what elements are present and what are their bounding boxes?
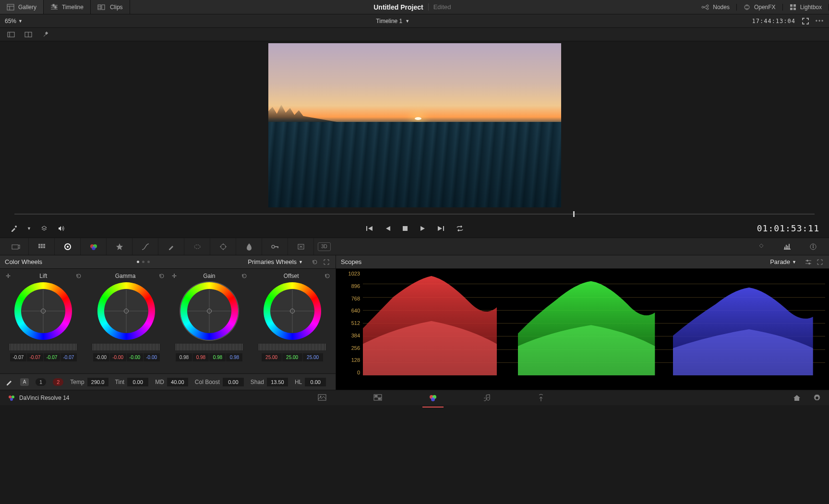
reset-icon[interactable] [323,272,332,280]
nodes-toggle[interactable]: Nodes [695,4,737,11]
hl-value[interactable]: 0.00 [305,378,326,386]
expand-icon[interactable] [801,17,810,25]
scopes-tool[interactable] [774,243,800,250]
tint-value[interactable]: 0.00 [127,378,148,386]
openfx-toggle[interactable]: OpenFX [737,4,783,11]
lift-g[interactable]: -0.07 [44,353,60,361]
offset-jog[interactable] [259,344,326,350]
offset-wheel[interactable] [264,282,321,340]
layers-icon[interactable] [40,224,48,233]
viewer[interactable] [0,41,829,209]
dual-view-icon[interactable] [24,30,33,39]
svg-rect-35 [41,246,43,248]
play-button[interactable] [420,225,425,232]
chevron-down-icon[interactable]: ▼ [405,19,409,24]
mode-1[interactable]: 1 [36,378,46,386]
reset-icon[interactable] [240,272,249,280]
lift-b[interactable]: -0.07 [60,353,77,361]
gain-r[interactable]: 0.98 [192,353,209,361]
window-tool[interactable] [184,238,210,255]
offset-g[interactable]: 25.00 [282,353,302,361]
camera-raw-tool[interactable] [3,238,29,255]
audio-icon[interactable] [57,224,66,233]
scope-settings-icon[interactable] [804,258,813,266]
shad-value[interactable]: 13.50 [267,378,288,386]
curves-tool[interactable] [132,238,158,255]
timeline-name[interactable]: Timeline 1 [376,18,402,24]
target-icon[interactable]: ✛ [4,272,12,280]
chevron-down-icon[interactable]: ▼ [27,226,31,231]
deliver-tab[interactable] [536,391,546,405]
parade-dropdown[interactable]: Parade ▼ [766,258,800,265]
lift-jog[interactable] [10,344,77,350]
sizing-tool[interactable] [288,238,314,255]
gamma-r[interactable]: -0.00 [110,353,126,361]
gain-g[interactable]: 0.98 [209,353,226,361]
a-badge[interactable]: A [20,378,29,386]
lightbox-toggle[interactable]: Lightbox [783,4,829,11]
key-tool[interactable] [262,238,288,255]
gain-jog[interactable] [176,344,243,350]
gain-b[interactable]: 0.98 [226,353,242,361]
lift-y[interactable]: -0.07 [10,353,26,361]
settings-icon[interactable] [813,394,821,402]
info-tool[interactable] [800,243,826,251]
lift-wheel[interactable] [14,282,72,340]
gain-y[interactable]: 0.98 [176,353,192,361]
colboost-value[interactable]: 0.00 [223,378,244,386]
reset-icon[interactable] [157,272,166,280]
single-view-icon[interactable] [7,30,15,39]
svg-point-42 [194,245,200,249]
prev-frame-button[interactable] [385,225,391,232]
wand-icon[interactable] [41,30,50,39]
primaries-dropdown[interactable]: Primaries Wheels ▼ [244,258,307,265]
color-match-tool[interactable] [29,238,55,255]
more-icon[interactable]: ••• [816,17,824,25]
gamma-wheel[interactable] [97,282,155,340]
target-icon[interactable]: ✛ [170,272,179,280]
reset-icon[interactable] [74,272,83,280]
stop-button[interactable] [402,226,408,231]
temp-value[interactable]: 290.0 [87,378,108,386]
picker-icon[interactable] [10,224,18,233]
gamma-g[interactable]: -0.00 [127,353,143,361]
blur-tool[interactable] [236,238,262,255]
project-title-area: Untitled Project Edited [130,3,695,11]
svg-point-58 [809,263,810,264]
motion-effects-tool[interactable] [107,238,132,255]
auto-icon[interactable] [5,378,13,386]
3d-tool[interactable]: 3D [318,242,331,251]
page-dots[interactable] [137,261,150,263]
reset-icon[interactable] [311,258,319,266]
rgb-mixer-tool[interactable] [81,238,107,255]
first-frame-button[interactable] [366,225,373,232]
color-tab[interactable] [427,391,439,405]
media-tab[interactable] [316,391,328,405]
gallery-toggle[interactable]: Gallery [0,0,44,14]
tracker-tool[interactable] [210,238,236,255]
loop-button[interactable] [456,226,464,231]
qualifier-tool[interactable] [158,238,184,255]
zoom-dropdown[interactable]: 65% ▼ [5,18,34,24]
next-frame-button[interactable] [437,225,445,232]
expand-panel-icon[interactable] [816,258,824,266]
expand-panel-icon[interactable] [322,258,331,266]
scrub-handle[interactable] [573,211,575,217]
keyframes-tool[interactable] [748,243,774,249]
gamma-jog[interactable] [93,344,160,350]
offset-b[interactable]: 25.00 [303,353,323,361]
fairlight-tab[interactable] [482,391,493,405]
lift-r[interactable]: -0.07 [27,353,43,361]
edit-tab[interactable] [372,391,384,405]
home-icon[interactable] [793,394,801,402]
gamma-b[interactable]: -0.00 [144,353,160,361]
mode-2[interactable]: 2 [53,378,63,386]
offset-r[interactable]: 25.00 [262,353,282,361]
md-value[interactable]: 40.00 [167,378,188,386]
color-wheels-tool[interactable] [55,238,81,255]
timeline-toggle[interactable]: Timeline [44,0,91,14]
clips-toggle[interactable]: Clips [91,0,130,14]
gamma-y[interactable]: -0.00 [93,353,109,361]
scrubber[interactable] [0,209,829,219]
gain-wheel[interactable] [180,282,238,340]
